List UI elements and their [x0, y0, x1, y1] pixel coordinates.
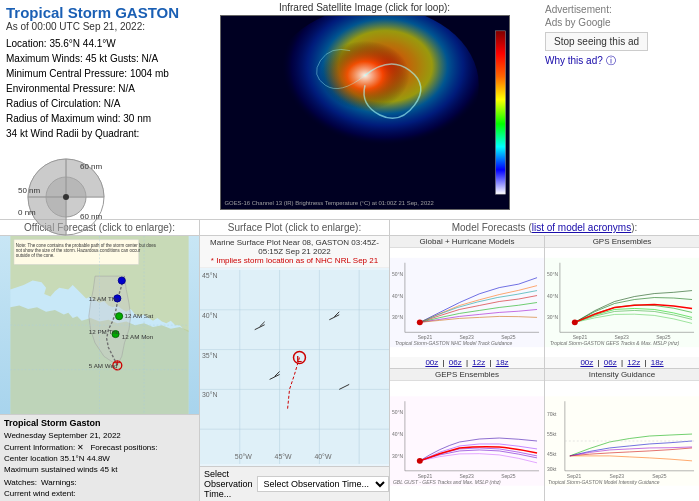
- stop-seeing-ad-button[interactable]: Stop seeing this ad: [545, 32, 648, 51]
- svg-text:Note: The cone contains the pr: Note: The cone contains the probable pat…: [16, 243, 157, 248]
- forecast-info-bar: Tropical Storm Gaston Wednesday Septembe…: [0, 414, 199, 501]
- svg-text:70kt: 70kt: [547, 412, 557, 417]
- model-grid: Global + Hurricane Models: [390, 236, 699, 501]
- ad-label: Advertisement:: [545, 4, 612, 15]
- gps-00z[interactable]: 00z: [580, 358, 593, 367]
- svg-text:40°W: 40°W: [314, 453, 332, 460]
- why-ad-link[interactable]: Why this ad? ⓘ: [545, 54, 616, 68]
- geps-ensembles-img[interactable]: 50°N 40°N 30°N Sep21 Sep23 Sep25 GBL GUS…: [390, 381, 544, 501]
- svg-text:55kt: 55kt: [547, 432, 557, 437]
- geps-ensembles-cell[interactable]: GEPS Ensembles: [390, 369, 544, 501]
- location-value: 35.6°N 44.1°W: [49, 38, 115, 49]
- svg-text:Sep25: Sep25: [501, 335, 516, 340]
- global-06z[interactable]: 06z: [449, 358, 462, 367]
- svg-text:30°N: 30°N: [202, 391, 218, 398]
- select-observation-bar[interactable]: Select Observation Time... Select Observ…: [200, 466, 389, 501]
- svg-text:Sep25: Sep25: [501, 474, 516, 479]
- left-info-panel: Tropical Storm GASTON As of 00:00 UTC Se…: [0, 0, 190, 219]
- radius-max-value: 30 nm: [123, 113, 151, 124]
- satellite-panel[interactable]: Infrared Satellite Image (click for loop…: [190, 0, 539, 219]
- svg-point-86: [417, 458, 423, 464]
- radius-max-label: Radius of Maximum wind:: [6, 113, 120, 124]
- wind-radii-label: 34 kt Wind Radii by Quadrant:: [6, 128, 139, 139]
- svg-text:Sep21: Sep21: [567, 474, 582, 479]
- current-info-value: Center location 35.1°N 44.8W: [4, 453, 195, 464]
- location-label: Location:: [6, 38, 47, 49]
- svg-text:12 AM Thu: 12 AM Thu: [89, 295, 120, 302]
- satellite-image[interactable]: GOES-16 Channel 13 (IR) Brightness Tempe…: [220, 15, 510, 210]
- intensity-guidance-cell[interactable]: Intensity Guidance: [545, 369, 699, 501]
- env-pressure-value: N/A: [118, 83, 135, 94]
- current-wind-label: Current wind extent:: [4, 488, 195, 499]
- svg-rect-72: [545, 258, 699, 347]
- surface-map[interactable]: 45°N 40°N 35°N 30°N 50°W 45°W 40°W L: [200, 268, 389, 466]
- observation-time-dropdown[interactable]: Select Observation Time...: [257, 476, 389, 492]
- svg-point-26: [118, 277, 125, 284]
- svg-text:40°N: 40°N: [547, 294, 558, 299]
- surface-panel[interactable]: Surface Plot (click to enlarge): Marine …: [200, 220, 390, 501]
- global-hurricane-footer[interactable]: 00z | 06z | 12z | 18z: [390, 357, 544, 368]
- svg-rect-36: [200, 270, 389, 464]
- model-forecasts-panel: Model Forecasts (list of model acronyms)…: [390, 220, 699, 501]
- marine-link[interactable]: * Implies storm location as of NHC NRL S…: [204, 256, 385, 265]
- min-pressure-value: 1004 mb: [130, 68, 169, 79]
- svg-text:45°W: 45°W: [275, 453, 293, 460]
- svg-text:50 nm: 50 nm: [18, 186, 41, 195]
- global-hurricane-cell[interactable]: Global + Hurricane Models: [390, 236, 544, 368]
- svg-text:12 PM Thu: 12 PM Thu: [89, 328, 120, 335]
- svg-text:Tropical Storm-GASTON GEFS Tra: Tropical Storm-GASTON GEFS Tracks & Max.…: [550, 341, 680, 346]
- forecast-panel[interactable]: Official Forecast (click to enlarge): No…: [0, 220, 200, 501]
- forecast-map[interactable]: Note: The cone contains the probable pat…: [0, 236, 199, 414]
- surface-title: Surface Plot (click to enlarge):: [200, 220, 389, 236]
- svg-text:50°N: 50°N: [547, 272, 558, 277]
- svg-rect-83: [390, 396, 544, 485]
- svg-text:0 nm: 0 nm: [18, 208, 36, 217]
- satellite-title: Infrared Satellite Image (click for loop…: [279, 2, 450, 13]
- global-hurricane-img[interactable]: 50°N 40°N 30°N Sep21 Sep23 Sep25 Tropica…: [390, 248, 544, 357]
- ads-by-google: Ads by Google: [545, 17, 611, 28]
- model-acronyms-link[interactable]: list of model acronyms: [532, 222, 631, 233]
- svg-text:40°N: 40°N: [392, 432, 403, 437]
- svg-text:30°N: 30°N: [392, 315, 403, 320]
- svg-text:Tropical Storm-GASTON Model In: Tropical Storm-GASTON Model Intensity Gu…: [548, 480, 660, 485]
- intensity-guidance-img[interactable]: 70kt 55kt 45kt 30kt Sep21 Sep23 Sep25 Tr…: [545, 381, 699, 501]
- global-00z[interactable]: 00z: [425, 358, 438, 367]
- current-info-label: Current Information: ✕: [4, 442, 84, 453]
- svg-text:12 AM Mon: 12 AM Mon: [122, 333, 154, 340]
- radius-circ-label: Radius of Circulation:: [6, 98, 101, 109]
- svg-text:40°N: 40°N: [202, 312, 218, 319]
- svg-text:30°N: 30°N: [392, 454, 403, 459]
- radius-circ-value: N/A: [104, 98, 121, 109]
- svg-text:45°N: 45°N: [202, 272, 218, 279]
- model-forecasts-title: Model Forecasts (list of model acronyms)…: [390, 220, 699, 236]
- gps-ensembles-cell[interactable]: GPS Ensembles: [545, 236, 699, 368]
- svg-text:outside of the cone.: outside of the cone.: [16, 253, 55, 258]
- svg-text:30°N: 30°N: [547, 315, 558, 320]
- svg-text:50°W: 50°W: [235, 453, 253, 460]
- gps-06z[interactable]: 06z: [604, 358, 617, 367]
- svg-text:Sep21: Sep21: [418, 474, 433, 479]
- svg-text:40°N: 40°N: [392, 294, 403, 299]
- model-title-text: Model Forecasts (: [452, 222, 532, 233]
- gps-ensembles-img[interactable]: 50°N 40°N 30°N Sep21 Sep23 Sep25 Tropica…: [545, 248, 699, 357]
- ad-panel: Advertisement: Ads by Google Stop seeing…: [539, 0, 699, 219]
- svg-text:Tropical Storm-GASTON NHC Mode: Tropical Storm-GASTON NHC Model Track Gu…: [395, 341, 512, 346]
- global-18z[interactable]: 18z: [496, 358, 509, 367]
- marine-title: Marine Surface Plot Near 08, GASTON 03:4…: [204, 238, 385, 256]
- intensity-guidance-title: Intensity Guidance: [545, 369, 699, 381]
- gps-12z[interactable]: 12z: [627, 358, 640, 367]
- global-12z[interactable]: 12z: [472, 358, 485, 367]
- gps-ensembles-footer[interactable]: 00z | 06z | 12z | 18z: [545, 357, 699, 368]
- svg-rect-61: [390, 258, 544, 347]
- gps-18z[interactable]: 18z: [651, 358, 664, 367]
- svg-text:Sep23: Sep23: [610, 474, 625, 479]
- svg-point-24: [116, 313, 123, 320]
- svg-text:GBL GUST - GEFS Tracks and Max: GBL GUST - GEFS Tracks and Max. MSLP (nh…: [393, 480, 501, 485]
- svg-text:Sep21: Sep21: [573, 335, 588, 340]
- svg-text:45kt: 45kt: [547, 452, 557, 457]
- svg-text:GOES-16 Channel 13 (IR) Bright: GOES-16 Channel 13 (IR) Brightness Tempe…: [224, 200, 433, 206]
- svg-text:Sep25: Sep25: [652, 474, 667, 479]
- min-pressure-label: Minimum Central Pressure:: [6, 68, 127, 79]
- wind-radii-diagram: 50 nm 60 nm 0 nm 60 nm: [6, 147, 126, 237]
- storm-info: Location: 35.6°N 44.1°W Maximum Winds: 4…: [6, 36, 184, 141]
